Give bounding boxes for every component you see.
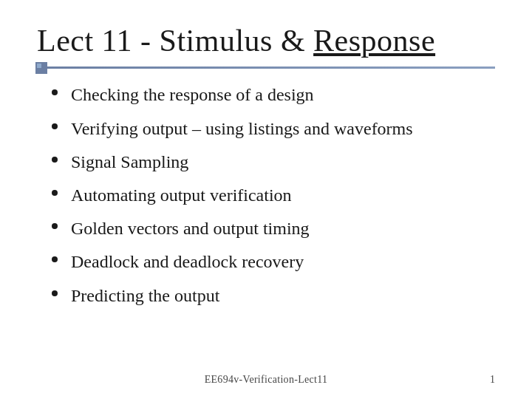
slide-title: Lect 11 - Stimulus & Response bbox=[37, 22, 495, 59]
list-item: Deadlock and deadlock recovery bbox=[52, 250, 495, 273]
list-item: Golden vectors and output timing bbox=[52, 217, 495, 240]
bullet-dot bbox=[52, 190, 58, 196]
divider-icon bbox=[35, 62, 47, 74]
list-item: Automating output verification bbox=[52, 184, 495, 207]
list-item: Checking the response of a design bbox=[52, 83, 495, 106]
title-section: Lect 11 - Stimulus & Response bbox=[37, 22, 495, 59]
title-divider bbox=[37, 66, 495, 69]
bullet-text: Checking the response of a design bbox=[71, 83, 314, 106]
page-number: 1 bbox=[490, 374, 495, 386]
footer-text: EE694v-Verification-Lect11 bbox=[205, 374, 328, 386]
bullet-dot bbox=[52, 89, 58, 95]
slide: Lect 11 - Stimulus & Response Checking t… bbox=[0, 0, 532, 399]
bullet-text: Signal Sampling bbox=[71, 151, 188, 174]
bullet-dot bbox=[52, 290, 58, 296]
bullet-list: Checking the response of a designVerifyi… bbox=[52, 83, 495, 307]
bullet-text: Predicting the output bbox=[71, 284, 219, 307]
list-item: Predicting the output bbox=[52, 284, 495, 307]
bullet-text: Automating output verification bbox=[71, 184, 292, 207]
bullet-dot bbox=[52, 123, 58, 129]
title-prefix: Lect 11 - Stimulus & bbox=[37, 24, 313, 58]
list-item: Verifying output – using listings and wa… bbox=[52, 117, 495, 140]
bullet-text: Golden vectors and output timing bbox=[71, 217, 310, 240]
bullet-dot bbox=[52, 256, 58, 262]
bullet-text: Verifying output – using listings and wa… bbox=[71, 117, 413, 140]
bullet-dot bbox=[52, 157, 58, 163]
list-item: Signal Sampling bbox=[52, 151, 495, 174]
bullet-text: Deadlock and deadlock recovery bbox=[71, 250, 304, 273]
title-underlined: Response bbox=[313, 24, 435, 58]
bullet-dot bbox=[52, 223, 58, 229]
footer: EE694v-Verification-Lect11 bbox=[0, 374, 532, 386]
